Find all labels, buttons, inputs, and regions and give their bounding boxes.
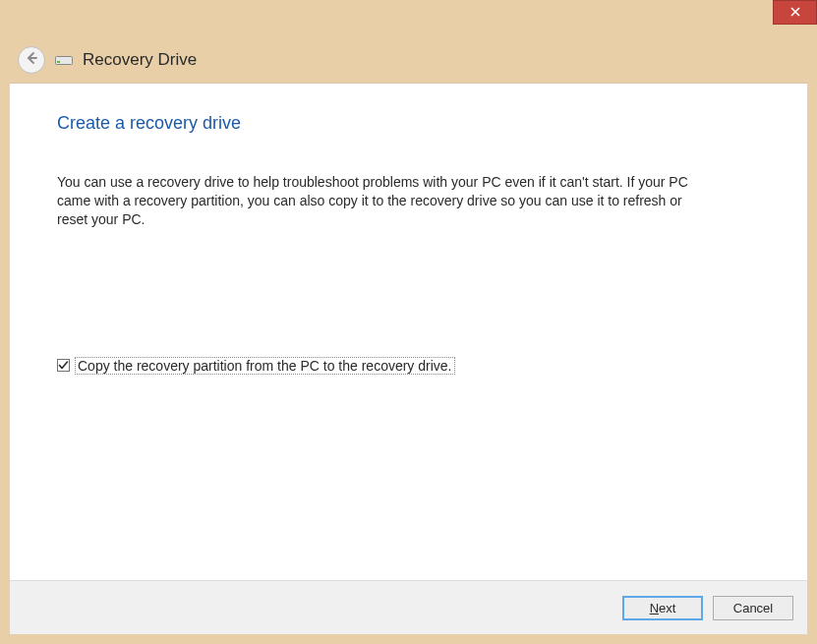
header: Recovery Drive <box>10 39 807 81</box>
next-button-mnemonic: N <box>650 601 659 615</box>
content-body: Create a recovery drive You can use a re… <box>10 84 807 580</box>
checkbox-label[interactable]: Copy the recovery partition from the PC … <box>75 357 455 375</box>
checkbox-copy-partition[interactable]: Copy the recovery partition from the PC … <box>57 357 760 375</box>
window-title: Recovery Drive <box>83 50 197 70</box>
checkmark-icon <box>58 357 69 375</box>
next-button-rest: ext <box>659 601 675 615</box>
back-button[interactable] <box>18 46 45 74</box>
svg-rect-0 <box>56 57 73 65</box>
content-panel: Create a recovery drive You can use a re… <box>10 83 807 634</box>
svg-rect-1 <box>57 61 60 63</box>
page-title: Create a recovery drive <box>57 113 760 134</box>
drive-icon <box>55 54 73 66</box>
arrow-left-icon <box>25 51 38 69</box>
footer-panel: Next Cancel <box>10 580 807 634</box>
close-button[interactable] <box>773 0 817 25</box>
next-button[interactable]: Next <box>622 596 703 620</box>
description-text: You can use a recovery drive to help tro… <box>57 173 706 229</box>
cancel-button[interactable]: Cancel <box>713 596 793 620</box>
close-icon <box>790 6 800 20</box>
checkbox-input[interactable] <box>57 359 70 372</box>
